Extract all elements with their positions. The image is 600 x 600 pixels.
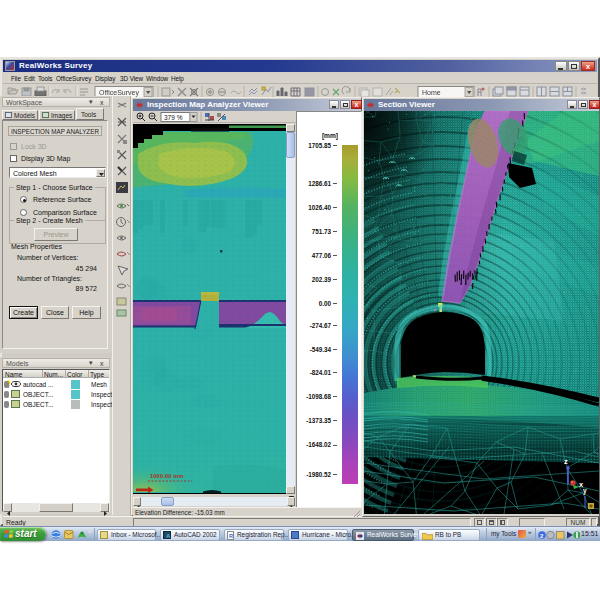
svg-text:Home: Home [422, 89, 441, 96]
svg-text:1000.00 mm: 1000.00 mm [150, 473, 184, 479]
svg-text:z: z [564, 457, 568, 466]
svg-text:y: y [583, 487, 587, 495]
svg-text:379 %: 379 % [164, 114, 183, 121]
